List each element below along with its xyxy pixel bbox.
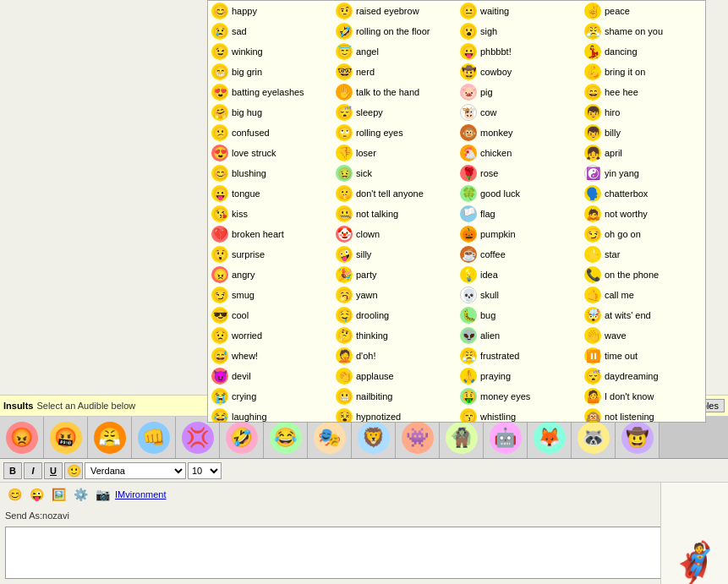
- emoji-item-star[interactable]: ⭐star: [581, 244, 705, 265]
- audible-icon-11[interactable]: 🤖: [484, 417, 528, 459]
- emoji-item-batting-eyelashes[interactable]: 😍batting eyelashes: [208, 82, 332, 102]
- audible-icon-10[interactable]: 🧌: [440, 417, 484, 459]
- emoji-item-angry[interactable]: 😠angry: [208, 265, 332, 285]
- emoji-item-skull[interactable]: 💀skull: [457, 285, 581, 305]
- emoji-item-loser[interactable]: 👎loser: [332, 143, 457, 163]
- emoji-item-clown[interactable]: 🤡clown: [332, 224, 457, 244]
- italic-button[interactable]: I: [24, 462, 42, 479]
- emoji-item-broken-heart[interactable]: 💔broken heart: [208, 224, 332, 244]
- emoji-item-flag[interactable]: 🏳️flag: [457, 204, 581, 224]
- emoji-item-cow[interactable]: 🐮cow: [457, 102, 581, 123]
- font-select[interactable]: ArialVerdanaTimes New RomanCourier New: [85, 462, 186, 479]
- emoji-item-surprise[interactable]: 😲surprise: [208, 244, 332, 265]
- emoji-item-rose[interactable]: 🌹rose: [457, 163, 581, 183]
- emoji-item-dancing[interactable]: 💃dancing: [581, 41, 705, 62]
- emoji-item-winking[interactable]: 😉winking: [208, 41, 332, 62]
- emoji-item-tongue[interactable]: 😛tongue: [208, 183, 332, 204]
- emoji-item-angel[interactable]: 😇angel: [332, 41, 457, 62]
- emoji-item-money-eyes[interactable]: 🤑money eyes: [457, 386, 581, 407]
- emoji-item-sick[interactable]: 🤢sick: [332, 163, 457, 183]
- background-icon[interactable]: 🖼️: [49, 485, 68, 504]
- emoji-item-laughing[interactable]: 😂laughing: [208, 407, 332, 423]
- emoji-item-peace[interactable]: ✌️peace: [581, 1, 705, 21]
- emoji-item-smug[interactable]: 😏smug: [208, 285, 332, 305]
- emoji-item-good-luck[interactable]: 🍀good luck: [457, 183, 581, 204]
- emoji-item-wave[interactable]: 👋wave: [581, 325, 705, 346]
- emoji-item-bring-it-on[interactable]: 💪bring it on: [581, 62, 705, 82]
- audible-icon-7[interactable]: 🎭: [308, 417, 352, 459]
- emoji-item-thinking[interactable]: 🤔thinking: [332, 325, 457, 346]
- emoji-item-sleepy[interactable]: 😴sleepy: [332, 102, 457, 123]
- emoji-item-crying[interactable]: 😭crying: [208, 386, 332, 407]
- emoji-item-confused[interactable]: 😕confused: [208, 123, 332, 143]
- emoji-button[interactable]: 🙂: [64, 462, 83, 479]
- emoji-item-coffee[interactable]: ☕coffee: [457, 244, 581, 265]
- emoji-item-chicken[interactable]: 🐔chicken: [457, 143, 581, 163]
- audible-icon-8[interactable]: 🦁: [352, 417, 396, 459]
- emoji-item-talk-to-hand[interactable]: ✋talk to the hand: [332, 82, 457, 102]
- emoji-item-chatterbox[interactable]: 🗣️chatterbox: [581, 183, 705, 204]
- settings-icon[interactable]: ⚙️: [71, 485, 90, 504]
- emoji-item-cool[interactable]: 😎cool: [208, 305, 332, 325]
- wink-icon[interactable]: 😜: [27, 485, 46, 504]
- audible-icon-5[interactable]: 🤣: [220, 417, 264, 459]
- emoji-item-nailbiting[interactable]: 😬nailbiting: [332, 386, 457, 407]
- emoji-item-sad[interactable]: 😢sad: [208, 21, 332, 41]
- emoji-item-april[interactable]: 👧april: [581, 143, 705, 163]
- emoji-item-alien[interactable]: 👽alien: [457, 325, 581, 346]
- emoji-item-silly[interactable]: 🤪silly: [332, 244, 457, 265]
- emoji-item-dont-tell-anyone[interactable]: 🤫don't tell anyone: [332, 183, 457, 204]
- emoji-item-frustrated[interactable]: 😤frustrated: [457, 346, 581, 366]
- emoji-item-oh-go-on[interactable]: 😏oh go on: [581, 224, 705, 244]
- emoji-item-happy[interactable]: 😊happy: [208, 1, 332, 21]
- emoji-item-doh[interactable]: 🤦d'oh!: [332, 346, 457, 366]
- audible-icon-0[interactable]: 😡: [0, 417, 44, 459]
- emoji-item-rolling-eyes[interactable]: 🙄rolling eyes: [332, 123, 457, 143]
- emoji-item-nerd[interactable]: 🤓nerd: [332, 62, 457, 82]
- emoji-item-rolling-on-floor[interactable]: 🤣rolling on the floor: [332, 21, 457, 41]
- emoji-item-praying[interactable]: 🙏praying: [457, 366, 581, 386]
- emoji-item-billy[interactable]: 👦billy: [581, 123, 705, 143]
- emoji-item-not-listening[interactable]: 🙉not listening: [581, 407, 705, 423]
- emoji-item-devil[interactable]: 😈devil: [208, 366, 332, 386]
- message-textarea[interactable]: [5, 527, 673, 579]
- emoji-item-i-dont-know[interactable]: 🤷I don't know: [581, 386, 705, 407]
- emoji-item-blushing[interactable]: 😊blushing: [208, 163, 332, 183]
- emoji-item-at-wits-end[interactable]: 🤯at wits' end: [581, 305, 705, 325]
- emoji-item-cowboy[interactable]: 🤠cowboy: [457, 62, 581, 82]
- font-size-select[interactable]: 8910111214161820: [188, 462, 222, 479]
- emoji-item-on-the-phone[interactable]: 📞on the phone: [581, 265, 705, 285]
- emoji-item-shame-on-you[interactable]: 😤shame on you: [581, 21, 705, 41]
- emoji-item-pumpkin[interactable]: 🎃pumpkin: [457, 224, 581, 244]
- emoji-item-sigh[interactable]: 😮sigh: [457, 21, 581, 41]
- audible-icon-13[interactable]: 🦝: [572, 417, 616, 459]
- emoji-item-raised-eyebrow[interactable]: 🤨raised eyebrow: [332, 1, 457, 21]
- emoji-item-phbbbt[interactable]: 😛phbbbt!: [457, 41, 581, 62]
- emoji-item-time-out[interactable]: ⏸️time out: [581, 346, 705, 366]
- underline-button[interactable]: U: [44, 462, 63, 479]
- emoji-item-call-me[interactable]: 🤙call me: [581, 285, 705, 305]
- emoji-item-whistling[interactable]: 😙whistling: [457, 407, 581, 423]
- emoji-item-not-talking[interactable]: 🤐not talking: [332, 204, 457, 224]
- emoji-item-yin-yang[interactable]: ☯️yin yang: [581, 163, 705, 183]
- emoji-item-applause[interactable]: 👏applause: [332, 366, 457, 386]
- emoji-item-not-worthy[interactable]: 🙇not worthy: [581, 204, 705, 224]
- emoji-item-hiro[interactable]: 👦hiro: [581, 102, 705, 123]
- audible-icon-6[interactable]: 😂: [264, 417, 308, 459]
- emoji-item-monkey[interactable]: 🐵monkey: [457, 123, 581, 143]
- emoji-item-worried[interactable]: 😟worried: [208, 325, 332, 346]
- emoji-item-bug[interactable]: 🐛bug: [457, 305, 581, 325]
- emoji-item-pig[interactable]: 🐷pig: [457, 82, 581, 102]
- audible-icon-3[interactable]: 👊: [132, 417, 176, 459]
- audible-icon-2[interactable]: 😤: [88, 417, 132, 459]
- camera-icon[interactable]: 📷: [93, 485, 112, 504]
- audible-icon-1[interactable]: 🤬: [44, 417, 88, 459]
- audible-icon-14[interactable]: 🤠: [616, 417, 660, 459]
- emoji-item-drooling[interactable]: 🤤drooling: [332, 305, 457, 325]
- bold-button[interactable]: B: [3, 462, 22, 479]
- emoji-item-big-hug[interactable]: 🤗big hug: [208, 102, 332, 123]
- emoji-item-big-grin[interactable]: 😁big grin: [208, 62, 332, 82]
- emoji-item-yawn[interactable]: 🥱yawn: [332, 285, 457, 305]
- emoji-item-idea[interactable]: 💡idea: [457, 265, 581, 285]
- emoji-item-daydreaming[interactable]: 😴daydreaming: [581, 366, 705, 386]
